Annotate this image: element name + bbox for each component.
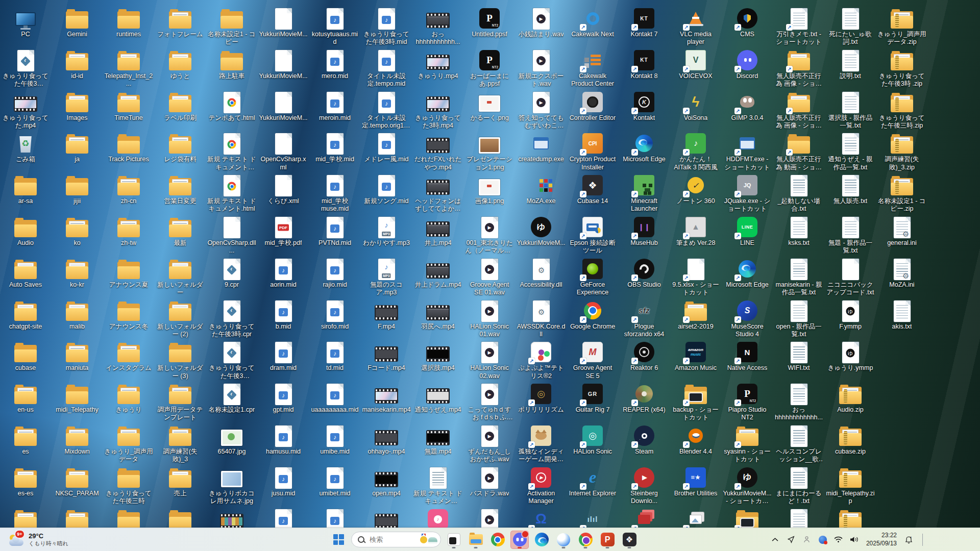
desktop-icon[interactable]: ▶新規エクスポート.wav (517, 48, 566, 89)
desktop-icon[interactable]: Mixdown (53, 424, 102, 465)
desktop-icon[interactable]: ♪↗かんたん！ AITalk 3 関西風 (671, 132, 720, 172)
volume-icon[interactable] (848, 532, 861, 547)
desktop-icon[interactable]: 名称未設定1 - コピー.zip (877, 173, 926, 214)
pinned-powerpoint[interactable]: P (598, 531, 617, 549)
desktop-icon[interactable]: M↗Groove Agent SE 5 (568, 340, 617, 381)
desktop-icon[interactable]: MoZA.exe (517, 173, 566, 214)
clock[interactable]: 23:22 2025/09/13 (864, 532, 899, 547)
desktop-icon[interactable]: ↗Minecraft Launcher (620, 173, 669, 214)
desktop-icon[interactable]: midi_Telepathy.zip (826, 466, 875, 507)
desktop-icon[interactable]: ksks.txt (774, 215, 823, 256)
desktop-icon[interactable]: runtimes (104, 7, 153, 47)
desktop-icon[interactable]: Track Pictures (104, 132, 153, 172)
desktop-icon[interactable]: だれだFXいれたやつ.mp4 (413, 132, 462, 172)
desktop-icon[interactable]: 調声練習(失敗)_3.zip (877, 132, 926, 172)
desktop-icon[interactable]: きゅうりボカコレ用サムネ.jpg (207, 466, 256, 507)
desktop-icon[interactable]: 調声練習(失敗)_3 (156, 424, 205, 465)
desktop-icon[interactable]: ▶↗Activation Manager (517, 466, 566, 507)
desktop-icon[interactable]: ⚙AWSSDK.Core.dll (517, 299, 566, 340)
desktop-icon[interactable]: ko-kr (53, 257, 102, 298)
desktop-icon[interactable]: ♪dram.mid (259, 340, 308, 381)
desktop-icon[interactable]: ko (53, 215, 102, 256)
desktop-icon[interactable]: open.mp4 (362, 466, 411, 507)
desktop-icon[interactable]: きゅうり_調声用データ (104, 424, 153, 465)
desktop-icon[interactable]: レジ袋有料 (156, 132, 205, 172)
desktop-icon[interactable]: ♪MP3わかりやす.mp3 (362, 215, 411, 256)
desktop-icon[interactable]: ↗Blender 4.4 (671, 424, 720, 465)
accessibility-person-icon[interactable] (801, 532, 813, 547)
desktop-icon[interactable]: ヘルスコンプレッション__歌詞.txt (774, 424, 823, 465)
pinned-edge[interactable] (532, 531, 551, 549)
desktop-icon[interactable]: ↗CMS (723, 7, 772, 47)
desktop-icon[interactable]: jijii (53, 173, 102, 214)
desktop-icon[interactable]: ♪kotusytuaaus.mid (310, 7, 359, 47)
desktop-icon[interactable]: maniuta (53, 340, 102, 381)
desktop-icon[interactable]: en-us (1, 382, 50, 423)
desktop-icon[interactable]: ja (53, 132, 102, 172)
desktop-icon[interactable]: ⚙MoZA.ini (877, 257, 926, 298)
desktop-icon[interactable]: ゆYukkuriMovieM... (517, 215, 566, 256)
desktop-icon[interactable]: ▶こってゅh d すお f d s b ふぉ.wav (465, 382, 514, 423)
desktop-icon[interactable]: S↗MuseScore Studio 4 (723, 299, 772, 340)
desktop-icon[interactable]: 無題 - 親作品一覧.txt (826, 215, 875, 256)
desktop-icon[interactable]: ↗無人販売不正行為 画像 - ショートカット (774, 90, 823, 131)
desktop-icon[interactable]: ↗Steam (620, 424, 669, 465)
desktop-icon[interactable]: ↗Microsoft Edge (620, 132, 669, 172)
desktop-icon[interactable]: createdump.exe (517, 132, 566, 172)
desktop-icon[interactable]: 通知うぜえ.mp4 (413, 382, 462, 423)
desktop-icon[interactable]: PNT2おーばーまにあ.ppsf (465, 48, 514, 89)
desktop-icon[interactable]: PNT2Untitled.ppsf (465, 7, 514, 47)
desktop-icon[interactable]: 新しいフォルダー (2) (156, 299, 205, 340)
desktop-icon[interactable]: ↗VLC media player (671, 7, 720, 47)
desktop-icon[interactable]: ohhayo-.mp4 (362, 424, 411, 465)
desktop-icon[interactable]: ▶答え知っててもむずいわこれ.wav (517, 90, 566, 131)
desktop-icon[interactable]: Fコード.mp4 (362, 340, 411, 381)
desktop-icon[interactable]: PNT2↗Piapro Studio NT2 (723, 382, 772, 423)
desktop-icon[interactable]: ♪タイトル未設定.tempo.mid (362, 48, 411, 89)
desktop-icon[interactable]: ♪b.mid (259, 299, 308, 340)
desktop-icon[interactable]: ♪メドレー風.mid (362, 132, 411, 172)
desktop-icon[interactable]: ▲↗筆まめ Ver.28 (671, 215, 720, 256)
desktop-icon[interactable]: 羽尻へ.mp4 (413, 299, 462, 340)
desktop-icon[interactable]: LINE↗LINE (723, 215, 772, 256)
desktop-icon[interactable]: ↗airset2-2019 (671, 299, 720, 340)
desktop-icon[interactable]: ≡★↗Brother Utilities (671, 466, 720, 507)
desktop-icon[interactable]: 売上 (156, 466, 205, 507)
desktop-icon[interactable]: ↗9.5.xlsx - ショートカット (671, 257, 720, 298)
desktop-icon[interactable]: ♪PVTNd.mid (310, 215, 359, 256)
desktop-icon[interactable]: ▶HALion Sonic 01.wav (465, 299, 514, 340)
desktop-icon[interactable]: Audio (1, 215, 50, 256)
desktop-icon[interactable]: おっhhhhhhhhhhhh... (774, 382, 823, 423)
desktop-icon[interactable]: ◎↗ポリリリリズム (517, 382, 566, 423)
desktop-icon[interactable]: sfz↗Plogue sforzando x64 (620, 299, 669, 340)
desktop-icon[interactable]: まにまにわーるど！.txt (774, 466, 823, 507)
desktop-icon[interactable]: 65407.jpg (207, 424, 256, 465)
desktop-icon[interactable]: ↗Google Chrome (568, 299, 617, 340)
desktop-icon[interactable]: 9.cpr (207, 257, 256, 298)
desktop-icon[interactable]: 調声用データテンプレート (156, 382, 205, 423)
desktop-icon[interactable]: ↗syasinn - ショートカット (723, 424, 772, 465)
desktop-icon[interactable]: ♪uaaaaaaaaa.mid (310, 382, 359, 423)
desktop-icon[interactable]: 説明.txt (826, 48, 875, 89)
desktop-icon[interactable]: WIFI.txt (774, 340, 823, 381)
desktop-icon[interactable]: cubase.zip (826, 424, 875, 465)
desktop-icon[interactable]: ゆF.ymmp (826, 299, 875, 340)
desktop-icon[interactable]: きゅうり_調声用データ.zip (877, 7, 926, 47)
desktop-icon[interactable]: ♪きゅうり食ってた午後3時.mid (362, 7, 411, 47)
desktop-icon[interactable]: ◎↗HALion Sonic (568, 424, 617, 465)
desktop-icon[interactable]: id-id (53, 48, 102, 89)
desktop-icon[interactable]: ♪タイトル未設定.tempo.orig1.mid (362, 90, 411, 131)
desktop-icon[interactable]: 選択肢 - 親作品一覧.txt (826, 90, 875, 131)
desktop-icon[interactable]: OpenCvSharp.dll... (207, 215, 256, 256)
desktop-icon[interactable]: ♻ごみ箱 (1, 132, 50, 172)
desktop-icon[interactable]: PC (1, 7, 50, 47)
desktop-icon[interactable]: きゅうり食ってた午後三時 (104, 466, 153, 507)
desktop-icon[interactable]: きゅうり.mp4 (413, 48, 462, 89)
desktop-icon[interactable]: ↗REAPER (x64) (620, 382, 669, 423)
desktop-icon[interactable]: 新規 テキスト ドキュメント (2).html (207, 132, 256, 172)
desktop-icon[interactable]: ↗Discord (723, 48, 772, 89)
desktop-icon[interactable]: YukkuriMovieM... (259, 7, 308, 47)
desktop-icon[interactable]: GR↗Guitar Rig 7 (568, 382, 617, 423)
desktop-icon[interactable]: YukkuriMovieM... (259, 48, 308, 89)
desktop-icon[interactable]: 井上ドラム.mp4 (413, 257, 462, 298)
